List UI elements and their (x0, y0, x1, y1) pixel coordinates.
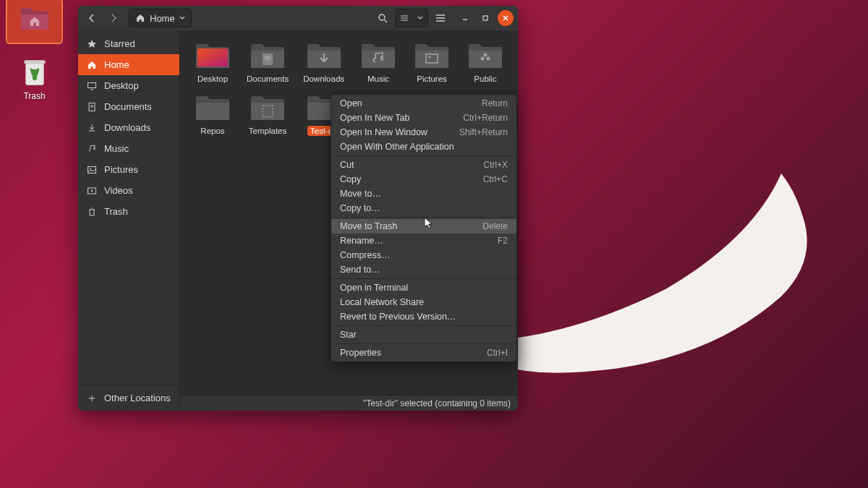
svg-point-33 (484, 53, 488, 57)
window-minimize-button[interactable] (457, 10, 473, 26)
home-icon (87, 60, 97, 70)
ctx-label: Move to Trash (340, 221, 397, 231)
ctx-rename[interactable]: Rename…F2 (331, 234, 516, 248)
ctx-open[interactable]: OpenReturn (331, 96, 516, 111)
ctx-open-in-new-tab[interactable]: Open In New TabCtrl+Return (331, 111, 516, 125)
svg-point-31 (481, 57, 485, 61)
ctx-open-in-new-window[interactable]: Open In New WindowShift+Return (331, 125, 516, 140)
ctx-label: Revert to Previous Version… (340, 312, 456, 322)
pictures-icon (87, 165, 97, 175)
ctx-send-to[interactable]: Send to… (331, 262, 516, 277)
folder-music[interactable]: Music (353, 38, 404, 87)
nav-forward-button[interactable] (104, 9, 123, 27)
sidebar-item-videos[interactable]: Videos (78, 180, 179, 201)
minimize-icon (461, 14, 469, 22)
ctx-move-to[interactable]: Move to… (331, 187, 516, 201)
ctx-properties[interactable]: PropertiesCtrl+I (331, 346, 516, 360)
ctx-label: Open With Other Application (340, 142, 454, 152)
ctx-shortcut: Ctrl+C (483, 174, 508, 184)
ctx-local-network-share[interactable]: Local Network Share (331, 295, 516, 309)
ctx-revert-to-previous-version[interactable]: Revert to Previous Version… (331, 309, 516, 324)
folder-label: Public (471, 74, 499, 84)
sidebar-item-starred[interactable]: Starred (78, 33, 179, 54)
sidebar-item-downloads[interactable]: Downloads (78, 117, 179, 138)
status-text: "Test-dir" selected (containing 0 items) (363, 398, 511, 408)
folder-templates[interactable]: Templates (241, 90, 294, 139)
sidebar-item-trash[interactable]: Trash (78, 201, 179, 222)
ctx-compress[interactable]: Compress… (331, 248, 516, 262)
view-options-dropdown[interactable] (413, 9, 427, 27)
folder-icon (359, 40, 397, 71)
trash-icon (87, 207, 97, 217)
sidebar-item-label: Pictures (104, 164, 138, 175)
hamburger-menu-button[interactable] (431, 9, 450, 27)
ctx-shortcut: Return (482, 98, 508, 108)
home-icon (135, 13, 145, 23)
ctx-label: Properties (340, 348, 381, 358)
sidebar-item-desktop[interactable]: Desktop (78, 75, 179, 96)
folder-pictures[interactable]: Pictures (407, 38, 457, 87)
ctx-label: Star (340, 330, 357, 340)
path-bar[interactable]: Home (129, 9, 192, 27)
ctx-cut[interactable]: CutCtrl+X (331, 158, 516, 172)
ctx-label: Open In New Tab (340, 113, 409, 123)
view-list-button[interactable] (396, 9, 413, 27)
downloads-icon (87, 123, 97, 133)
svg-point-30 (429, 56, 431, 59)
hamburger-icon (435, 14, 446, 22)
sidebar-item-label: Starred (104, 38, 135, 49)
folder-repos[interactable]: Repos (187, 90, 238, 139)
search-button[interactable] (373, 9, 392, 27)
sidebar-item-label: Documents (104, 101, 152, 112)
folder-desktop[interactable]: Desktop (187, 38, 238, 87)
svg-point-2 (379, 14, 385, 20)
search-icon (378, 13, 388, 23)
ctx-shortcut: F2 (498, 236, 508, 246)
ctx-shortcut: Ctrl+I (487, 348, 508, 358)
desktop-home-icon[interactable] (7, 0, 61, 43)
trash-icon (20, 58, 50, 88)
ctx-label: Compress… (340, 250, 390, 260)
ctx-copy[interactable]: CopyCtrl+C (331, 172, 516, 187)
ctx-star[interactable]: Star (331, 328, 516, 342)
folder-icon (194, 93, 231, 123)
sidebar-item-label: Videos (104, 185, 133, 196)
cursor-arrow-icon (424, 217, 434, 230)
sidebar-other-locations[interactable]: Other Locations (78, 385, 179, 411)
svg-rect-1 (24, 60, 45, 64)
ctx-label: Open In New Window (340, 127, 427, 137)
folder-label: Documents (244, 74, 292, 84)
folder-downloads[interactable]: Downloads (297, 38, 350, 87)
folder-public[interactable]: Public (460, 38, 511, 87)
sidebar-item-label: Home (104, 59, 129, 70)
ctx-label: Copy to… (340, 203, 380, 213)
path-label: Home (150, 13, 175, 24)
window-close-button[interactable] (498, 10, 514, 26)
sidebar-item-music[interactable]: Music (78, 138, 179, 159)
chevron-right-icon (110, 14, 117, 22)
folder-icon (194, 40, 231, 71)
window-maximize-button[interactable] (477, 10, 493, 26)
folder-icon (249, 40, 286, 71)
folder-label: Downloads (300, 74, 347, 84)
folder-documents[interactable]: Documents (241, 38, 294, 87)
sidebar-item-documents[interactable]: Documents (78, 96, 179, 117)
ctx-label: Local Network Share (340, 297, 424, 307)
folder-label: Pictures (414, 74, 450, 84)
desktop-trash-icon[interactable]: Trash (7, 58, 61, 101)
sidebar-item-home[interactable]: Home (78, 54, 179, 75)
nav-back-button[interactable] (82, 9, 101, 27)
ctx-shortcut: Shift+Return (459, 127, 508, 137)
chevron-left-icon (88, 14, 95, 22)
ctx-open-with-other-application[interactable]: Open With Other Application (331, 140, 516, 154)
folder-label: Desktop (195, 74, 231, 84)
folder-label: Repos (197, 126, 227, 136)
sidebar-item-pictures[interactable]: Pictures (78, 159, 179, 180)
wallpaper-art (470, 174, 825, 376)
music-icon (87, 144, 97, 154)
documents-icon (87, 102, 97, 112)
ctx-open-in-terminal[interactable]: Open in Terminal (331, 281, 516, 295)
ctx-label: Move to… (340, 189, 381, 199)
ctx-copy-to[interactable]: Copy to… (331, 201, 516, 215)
close-icon (502, 14, 509, 22)
